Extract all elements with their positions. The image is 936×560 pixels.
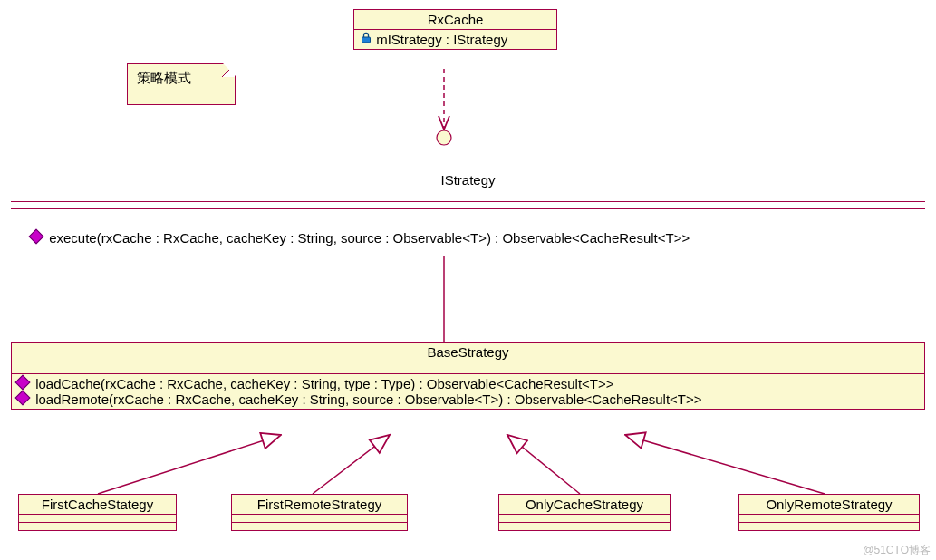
basestrategy-op1: loadCache(rxCache : RxCache, cacheKey : … — [35, 376, 613, 391]
interface-divider-2 — [11, 208, 925, 209]
note-text: 策略模式 — [137, 70, 191, 85]
operation-icon — [15, 375, 31, 391]
svg-line-6 — [625, 435, 825, 494]
private-icon — [360, 32, 376, 47]
class-firstcache: FirstCacheStategy — [18, 494, 177, 531]
class-firstremote: FirstRemoteStrategy — [231, 494, 408, 531]
watermark: @51CTO博客 — [863, 543, 931, 558]
class-rxcache-attrs: mIStrategy : IStrategy — [354, 30, 556, 49]
interface-istrategy-op: execute(rxCache : RxCache, cacheKey : St… — [31, 230, 690, 246]
svg-rect-7 — [362, 37, 371, 43]
svg-line-5 — [507, 435, 580, 494]
basestrategy-ops: loadCache(rxCache : RxCache, cacheKey : … — [12, 374, 924, 409]
class-onlyremote: OnlyRemoteStrategy — [738, 494, 920, 531]
svg-line-3 — [98, 435, 281, 494]
class-firstcache-title: FirstCacheStategy — [19, 495, 176, 514]
note-strategy-pattern: 策略模式 — [127, 63, 236, 105]
interface-divider-3 — [11, 256, 925, 256]
class-onlycache-title: OnlyCacheStrategy — [499, 495, 670, 514]
class-rxcache: RxCache mIStrategy : IStrategy — [353, 9, 557, 50]
svg-point-1 — [437, 130, 451, 145]
svg-line-4 — [313, 435, 390, 494]
class-rxcache-title: RxCache — [354, 10, 556, 30]
class-onlyremote-title: OnlyRemoteStrategy — [739, 495, 919, 514]
interface-istrategy-name: IStrategy — [0, 172, 936, 188]
class-basestrategy-title: BaseStrategy — [12, 343, 924, 362]
basestrategy-attr-compartment — [12, 362, 924, 374]
rxcache-attr: mIStrategy : IStrategy — [376, 32, 507, 47]
operation-icon — [29, 229, 44, 245]
basestrategy-op2: loadRemote(rxCache : RxCache, cacheKey :… — [35, 391, 701, 407]
interface-divider-1 — [11, 201, 925, 202]
class-onlycache: OnlyCacheStrategy — [498, 494, 671, 531]
class-firstremote-title: FirstRemoteStrategy — [232, 495, 407, 514]
class-basestrategy: BaseStrategy loadCache(rxCache : RxCache… — [11, 342, 925, 410]
istrategy-op-text: execute(rxCache : RxCache, cacheKey : St… — [49, 230, 690, 246]
operation-icon — [15, 391, 31, 406]
